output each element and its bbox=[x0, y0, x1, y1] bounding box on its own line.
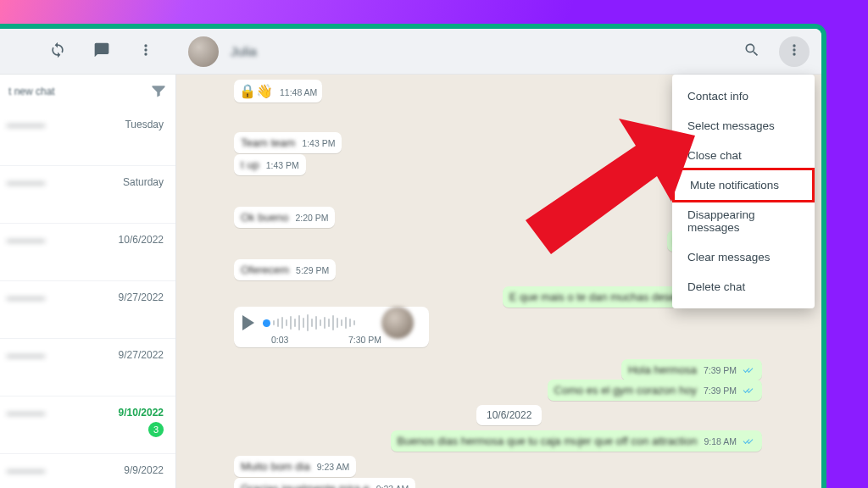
message-out[interactable]: Buenos dias hermosa que tu caja mujer qu… bbox=[391, 430, 762, 452]
menu-item-disappearing-messages[interactable]: Disappearing messages bbox=[672, 200, 815, 242]
message-in[interactable]: t up 1:43 PM bbox=[234, 154, 306, 175]
contact-name[interactable]: Julia bbox=[231, 44, 257, 58]
search-row[interactable]: t new chat bbox=[0, 75, 175, 108]
play-icon[interactable] bbox=[242, 315, 254, 330]
message-in[interactable]: 🔒👋 11:48 AM bbox=[234, 80, 322, 103]
menu-item-close-chat[interactable]: Close chat bbox=[672, 141, 815, 170]
filter-icon[interactable] bbox=[150, 82, 167, 102]
unread-badge: 3 bbox=[148, 422, 164, 437]
app-window: Julia t new chat ———Tuesday———Saturday——… bbox=[0, 24, 826, 488]
menu-item-select-messages[interactable]: Select messages bbox=[672, 111, 815, 141]
message-in[interactable]: Gracias igualmente mira e 9:23 AM bbox=[234, 478, 415, 488]
chat-list-item[interactable]: ———9/9/2022 bbox=[0, 454, 175, 488]
search-icon[interactable] bbox=[737, 36, 767, 67]
message-out[interactable]: Como es el gym corazon hoy 7:39 PM bbox=[548, 380, 762, 401]
chat-item-date: 10/6/2022 bbox=[119, 234, 164, 246]
chat-list-item[interactable]: ———Tuesday bbox=[0, 108, 175, 166]
chat-header: Julia bbox=[176, 29, 821, 75]
sidebar-menu-icon[interactable] bbox=[131, 36, 161, 67]
sidebar-header bbox=[0, 29, 176, 75]
chat-item-date: Saturday bbox=[123, 176, 164, 188]
chat-list-item[interactable]: ———9/27/2022 bbox=[0, 339, 175, 396]
message-in[interactable]: Team team 1:43 PM bbox=[234, 132, 342, 153]
chat-item-date: Tuesday bbox=[125, 119, 164, 130]
voice-waveform[interactable] bbox=[263, 313, 373, 333]
read-ticks-icon bbox=[743, 437, 755, 446]
message-in[interactable]: Ok bueno 2:20 PM bbox=[234, 207, 335, 228]
chat-menu-icon[interactable] bbox=[779, 36, 810, 67]
read-ticks-icon bbox=[743, 366, 755, 374]
date-separator: 10/6/2022 bbox=[476, 405, 542, 425]
chat-list-item[interactable]: ———Saturday bbox=[0, 166, 175, 224]
read-ticks-icon bbox=[743, 386, 755, 395]
message-in[interactable]: Muito bom dia 9:23 AM bbox=[234, 456, 356, 477]
sidebar: t new chat ———Tuesday———Saturday———10/6/… bbox=[0, 75, 176, 488]
chat-item-date: 9/9/2022 bbox=[124, 464, 164, 476]
chat-item-date: 9/27/2022 bbox=[119, 349, 164, 361]
chat-list-item[interactable]: ———9/10/20223 bbox=[0, 396, 175, 454]
menu-item-contact-info[interactable]: Contact info bbox=[672, 81, 815, 111]
message-in[interactable]: Oferecem 5:29 PM bbox=[234, 259, 336, 280]
chat-item-date: 9/27/2022 bbox=[119, 291, 164, 303]
chat-list-item[interactable]: ———9/27/2022 bbox=[0, 281, 175, 339]
refresh-icon[interactable] bbox=[42, 36, 73, 67]
search-placeholder: t new chat bbox=[8, 86, 150, 97]
menu-item-clear-messages[interactable]: Clear messages bbox=[672, 242, 815, 272]
menu-item-delete-chat[interactable]: Delete chat bbox=[672, 272, 815, 302]
new-chat-icon[interactable] bbox=[86, 36, 117, 67]
chat-list[interactable]: ———Tuesday———Saturday———10/6/2022———9/27… bbox=[0, 108, 175, 488]
context-menu[interactable]: Contact infoSelect messagesClose chatMut… bbox=[672, 75, 815, 308]
message-out[interactable]: Hola hermosa 7:39 PM bbox=[621, 359, 762, 380]
contact-avatar[interactable] bbox=[188, 36, 219, 67]
voice-message[interactable]: 0:03 7:30 PM bbox=[234, 307, 429, 347]
menu-item-mute-notifications[interactable]: Mute notifications bbox=[672, 168, 815, 202]
chat-item-date: 9/10/2022 bbox=[119, 407, 164, 419]
voice-avatar bbox=[381, 307, 414, 339]
chat-list-item[interactable]: ———10/6/2022 bbox=[0, 224, 175, 281]
